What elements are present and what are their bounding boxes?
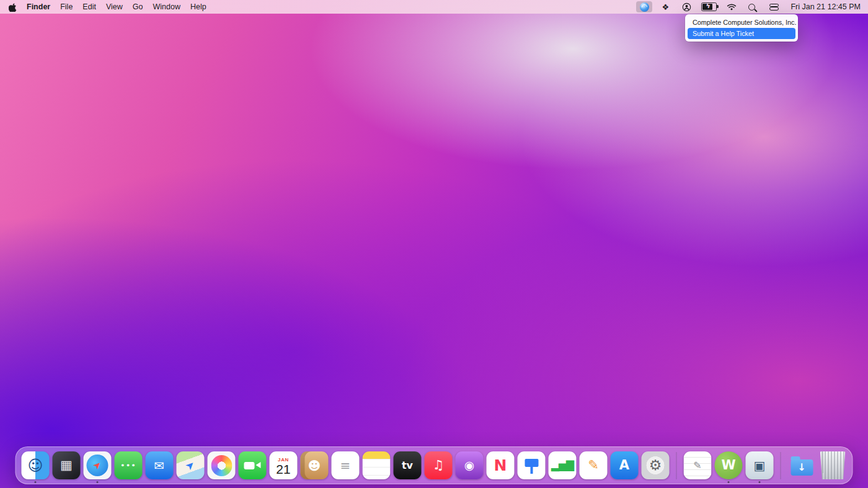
- photos-icon: [208, 451, 236, 479]
- dock-item-maps[interactable]: ➤: [177, 451, 205, 479]
- calendar-day: 21: [276, 463, 290, 476]
- mail-icon: ✉: [146, 451, 174, 479]
- remote-device-app-glyph: ▣: [754, 459, 766, 472]
- helpdesk-logo-icon: [640, 2, 649, 12]
- dock-item-numbers[interactable]: ▂▅▇: [549, 451, 577, 479]
- notes-icon: [363, 451, 391, 479]
- reminders-icon: ≡: [332, 451, 360, 479]
- keynote-glyph: [525, 459, 538, 467]
- dock-item-podcasts[interactable]: ◉: [456, 451, 484, 479]
- pages-icon: ✎: [580, 451, 608, 479]
- launchpad-glyph: ▦: [60, 459, 73, 472]
- dock-item-contacts[interactable]: ☻: [301, 451, 329, 479]
- dock-divider: [781, 452, 781, 479]
- control-center-icon[interactable]: [766, 1, 782, 12]
- running-indicator-dot: [758, 481, 761, 484]
- dock-divider: [676, 452, 677, 479]
- apple-logo-icon[interactable]: [9, 2, 17, 12]
- appletv-glyph: tv: [402, 461, 413, 471]
- menu-file[interactable]: File: [60, 2, 73, 11]
- user-account-icon[interactable]: [678, 1, 694, 12]
- dock-item-pages[interactable]: ✎: [580, 451, 608, 479]
- helpdesk-menu-icon[interactable]: [636, 1, 652, 12]
- appletv-icon: tv: [394, 451, 422, 479]
- dock-item-green-w-app[interactable]: W: [715, 451, 743, 479]
- safari-glyph: ➤: [84, 451, 112, 479]
- keynote-icon: [518, 451, 546, 479]
- dock-item-messages[interactable]: •••: [115, 451, 143, 479]
- dropbox-glyph: ❖: [662, 3, 670, 11]
- appstore-icon: A: [611, 451, 639, 479]
- dock-item-sysprefs[interactable]: ⚙: [642, 451, 670, 479]
- downloads-glyph: ↓: [790, 459, 813, 476]
- dock-item-safari[interactable]: ➤: [84, 451, 112, 479]
- photos-glyph: [211, 455, 232, 476]
- magnifier-glyph: [748, 4, 755, 11]
- appstore-glyph: A: [619, 459, 629, 472]
- menu-go[interactable]: Go: [133, 2, 143, 11]
- dock-item-launchpad[interactable]: ▦: [53, 451, 81, 479]
- dock-item-photos[interactable]: [208, 451, 236, 479]
- battery-glyph: ϟ: [701, 2, 717, 11]
- running-indicator-dot: [34, 481, 37, 484]
- dropbox-icon[interactable]: ❖: [657, 1, 673, 12]
- dock-item-appstore[interactable]: A: [611, 451, 639, 479]
- dock-item-textedit[interactable]: ✎: [684, 451, 712, 479]
- spotlight-icon[interactable]: [745, 1, 761, 12]
- menu-bar-right: ❖ϟ Fri Jan 21 12:45 PM: [636, 1, 861, 12]
- menu-window[interactable]: Window: [153, 2, 180, 11]
- running-indicator-dot: [727, 481, 730, 484]
- calendar-icon: JAN21: [270, 451, 298, 479]
- finder-glyph: ☺: [27, 458, 43, 473]
- dock-item-calendar[interactable]: JAN21: [270, 451, 298, 479]
- status-icons-container: ❖ϟ: [636, 1, 782, 12]
- menu-edit[interactable]: Edit: [82, 2, 96, 11]
- battery-icon[interactable]: ϟ: [699, 1, 719, 12]
- dock-item-keynote[interactable]: [518, 451, 546, 479]
- reminders-glyph: ≡: [340, 459, 351, 472]
- contacts-icon: ☻: [301, 451, 329, 479]
- remote-device-app-icon: ▣: [746, 451, 774, 479]
- dock-item-music[interactable]: ♫: [425, 451, 453, 479]
- sysprefs-icon: ⚙: [642, 451, 670, 479]
- messages-glyph: •••: [120, 461, 136, 469]
- facetime-icon: [239, 451, 267, 479]
- news-glyph: N: [494, 458, 507, 473]
- dock-item-finder[interactable]: ☺: [22, 451, 50, 479]
- textedit-glyph: ✎: [693, 461, 701, 471]
- dock-item-news[interactable]: N: [487, 451, 515, 479]
- dock-item-reminders[interactable]: ≡: [332, 451, 360, 479]
- green-w-app-icon: W: [715, 451, 743, 479]
- contacts-glyph: ☻: [308, 459, 321, 472]
- mail-glyph: ✉: [154, 459, 165, 472]
- dock-item-appletv[interactable]: tv: [394, 451, 422, 479]
- dropdown-item-2[interactable]: Submit a Help Ticket: [688, 28, 795, 39]
- dock-item-mail[interactable]: ✉: [146, 451, 174, 479]
- news-icon: N: [487, 451, 515, 479]
- messages-icon: •••: [115, 451, 143, 479]
- dock: ☺▦➤•••✉➤JAN21☻≡tv♫◉N▂▅▇✎A⚙✎W▣↓: [16, 446, 853, 484]
- helpdesk-dropdown: Complete Computer Solutions, Inc.Submit …: [685, 14, 798, 42]
- dock-item-downloads[interactable]: ↓: [788, 451, 816, 479]
- menu-finder[interactable]: Finder: [27, 2, 50, 11]
- menu-bar-left: FinderFileEditViewGoWindowHelp: [9, 2, 206, 12]
- facetime-glyph: [244, 462, 255, 469]
- launchpad-icon: ▦: [53, 451, 81, 479]
- menu-view[interactable]: View: [106, 2, 123, 11]
- sysprefs-glyph: ⚙: [649, 458, 662, 472]
- menu-bar-clock[interactable]: Fri Jan 21 12:45 PM: [790, 2, 861, 11]
- control-center-glyph: [769, 4, 779, 11]
- dock-item-trash[interactable]: [819, 451, 847, 479]
- dock-item-notes[interactable]: [363, 451, 391, 479]
- dropdown-item-1[interactable]: Complete Computer Solutions, Inc.: [688, 17, 795, 28]
- menu-help[interactable]: Help: [190, 2, 206, 11]
- dock-item-facetime[interactable]: [239, 451, 267, 479]
- numbers-icon: ▂▅▇: [549, 451, 577, 479]
- wifi-icon[interactable]: [724, 1, 740, 12]
- textedit-icon: ✎: [684, 451, 712, 479]
- trash-icon: [819, 451, 847, 479]
- dock-item-remote-device-app[interactable]: ▣: [746, 451, 774, 479]
- pages-glyph: ✎: [588, 459, 599, 472]
- music-glyph: ♫: [433, 459, 445, 472]
- podcasts-glyph: ◉: [464, 459, 475, 471]
